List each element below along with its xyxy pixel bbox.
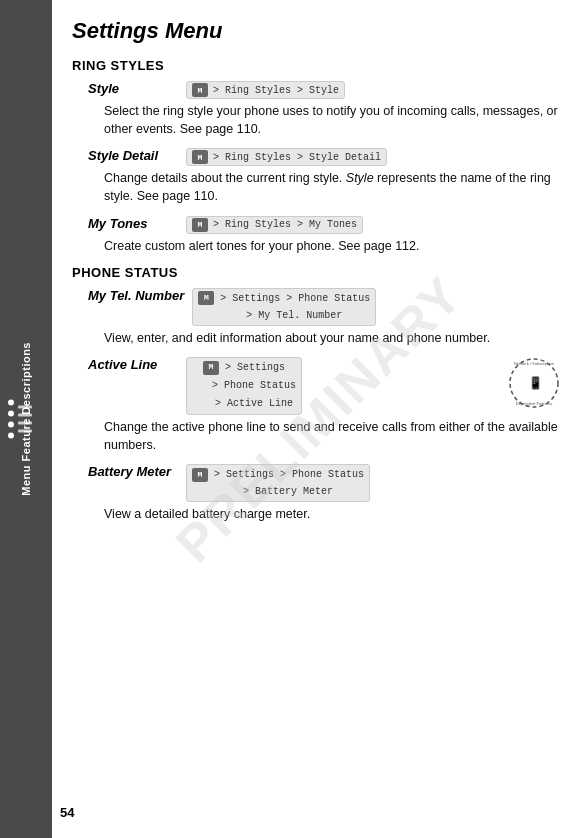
entry-style-label: Style: [88, 81, 178, 96]
entry-battery-meter-header: Battery Meter M > Settings > Phone Statu…: [88, 464, 560, 502]
entry-battery-meter-menu-path: M > Settings > Phone Status > Battery Me…: [186, 464, 370, 502]
entry-my-tones-header: My Tones M > Ring Styles > My Tones: [88, 216, 560, 234]
menu-path-text-2: > My Tel. Number: [226, 308, 342, 323]
entry-my-tones: My Tones M > Ring Styles > My Tones Crea…: [88, 216, 560, 255]
entry-style-header: Style M > Ring Styles > Style: [88, 81, 560, 99]
entry-my-tones-menu-path: M > Ring Styles > My Tones: [186, 216, 363, 234]
entry-my-tones-label: My Tones: [88, 216, 178, 231]
section-header-phone-status: Phone Status: [72, 265, 560, 280]
entry-active-line: Active Line M > Settings > Phone Status …: [88, 357, 560, 454]
sidebar: Menu Feature Descriptions: [0, 0, 52, 838]
entry-style-menu-path: M > Ring Styles > Style: [186, 81, 345, 99]
menu-path-text: > Ring Styles > Style Detail: [213, 152, 381, 163]
entry-style-body: Select the ring style your phone uses to…: [104, 102, 560, 138]
menu-icon: M: [203, 361, 219, 375]
menu-icon: M: [192, 218, 208, 232]
menu-icon: M: [192, 468, 208, 482]
menu-path-text-3: > Active Line: [195, 396, 293, 412]
entry-style: Style M > Ring Styles > Style Select the…: [88, 81, 560, 138]
sidebar-dots: [8, 400, 14, 439]
section-header-ring-styles: Ring Styles: [72, 58, 560, 73]
menu-icon: M: [192, 83, 208, 97]
page-title: Settings Menu: [72, 18, 560, 44]
menu-icon: M: [198, 291, 214, 305]
sidebar-dot: [8, 433, 14, 439]
menu-icon: M: [192, 150, 208, 164]
entry-battery-meter-body: View a detailed battery charge meter.: [104, 505, 560, 523]
entry-my-tel-number-label: My Tel. Number: [88, 288, 184, 303]
entry-my-tones-body: Create custom alert tones for your phone…: [104, 237, 560, 255]
entry-active-line-body: Change the active phone line to send and…: [104, 418, 560, 454]
menu-path-text: > Settings: [225, 360, 285, 376]
menu-path-text: > Ring Styles > My Tones: [213, 219, 357, 230]
menu-path-text-2: > Phone Status: [192, 378, 296, 394]
entry-active-line-header: Active Line M > Settings > Phone Status …: [88, 357, 560, 415]
sidebar-dot: [8, 411, 14, 417]
entry-my-tel-number-body: View, enter, and edit information about …: [104, 329, 560, 347]
entry-battery-meter: Battery Meter M > Settings > Phone Statu…: [88, 464, 560, 523]
entry-style-detail-label: Style Detail: [88, 148, 178, 163]
menu-path-text: > Settings > Phone Status: [220, 291, 370, 306]
svg-text:Network / Subscription: Network / Subscription: [514, 361, 554, 366]
style-italic: Style: [346, 171, 374, 185]
sidebar-dot: [8, 422, 14, 428]
page-number: 54: [60, 805, 74, 820]
menu-path-text: > Ring Styles > Style: [213, 85, 339, 96]
entry-active-line-menu-path: M > Settings > Phone Status > Active Lin…: [186, 357, 302, 415]
menu-path-text: > Settings > Phone Status: [214, 467, 364, 482]
entry-my-tel-number-menu-path: M > Settings > Phone Status > My Tel. Nu…: [192, 288, 376, 326]
entry-battery-meter-label: Battery Meter: [88, 464, 178, 479]
entry-style-detail-body: Change details about the current ring st…: [104, 169, 560, 205]
entry-my-tel-number-header: My Tel. Number M > Settings > Phone Stat…: [88, 288, 560, 326]
section-phone-status: Phone Status My Tel. Number M > Settings…: [72, 265, 560, 524]
entry-style-detail-menu-path: M > Ring Styles > Style Detail: [186, 148, 387, 166]
entry-active-line-label: Active Line: [88, 357, 178, 372]
entry-my-tel-number: My Tel. Number M > Settings > Phone Stat…: [88, 288, 560, 347]
entry-style-detail-header: Style Detail M > Ring Styles > Style Det…: [88, 148, 560, 166]
entry-style-detail: Style Detail M > Ring Styles > Style Det…: [88, 148, 560, 205]
section-ring-styles: Ring Styles Style M > Ring Styles > Styl…: [72, 58, 560, 255]
sidebar-label: Menu Feature Descriptions: [20, 342, 32, 496]
main-content: Settings Menu Ring Styles Style M > Ring…: [52, 0, 580, 838]
svg-text:📱: 📱: [528, 375, 543, 390]
network-subscription-icon: 📱 Network / Subscription Dependent Featu…: [508, 357, 560, 409]
menu-path-text-2: > Battery Meter: [223, 484, 333, 499]
svg-text:Dependent Features: Dependent Features: [516, 401, 552, 406]
sidebar-dot: [8, 400, 14, 406]
